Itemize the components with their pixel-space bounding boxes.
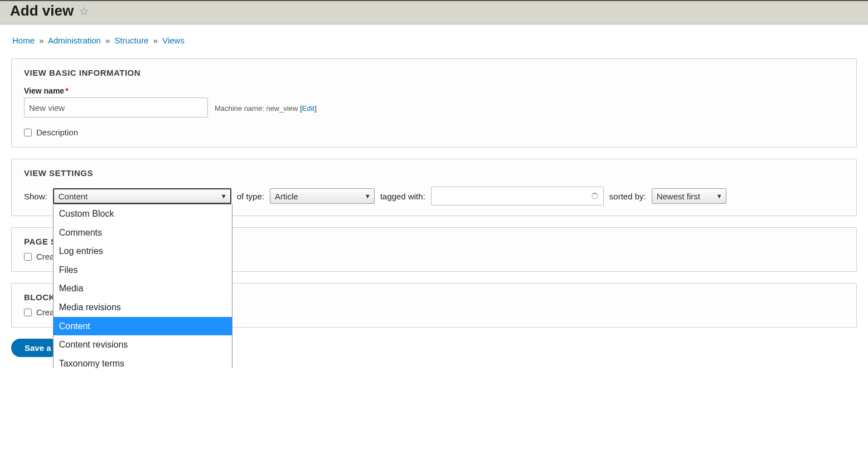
view-name-label-text: View name	[24, 86, 64, 95]
settings-row: Show: Content ▼ Custom BlockCommentsLog …	[24, 187, 844, 206]
show-option[interactable]: Content	[54, 317, 232, 336]
star-icon[interactable]: ☆	[79, 4, 89, 18]
create-block-checkbox[interactable]	[24, 309, 32, 316]
description-label: Description	[36, 128, 78, 137]
show-option[interactable]: Content revisions	[54, 335, 232, 354]
chevron-down-icon: ▼	[221, 193, 227, 199]
breadcrumb-sep: »	[105, 36, 110, 45]
description-checkbox[interactable]	[24, 129, 32, 136]
breadcrumb-home[interactable]: Home	[12, 36, 35, 45]
show-select-wrapper: Content ▼ Custom BlockCommentsLog entrie…	[53, 188, 231, 204]
machine-name-label: Machine name:	[215, 104, 264, 113]
breadcrumb: Home » Administration » Structure » View…	[12, 36, 857, 45]
view-name-input[interactable]	[24, 97, 208, 118]
show-option[interactable]: Log entries	[54, 242, 232, 261]
show-dropdown: Custom BlockCommentsLog entriesFilesMedi…	[53, 204, 232, 368]
section-title-basic: VIEW BASIC INFORMATION	[24, 68, 844, 77]
view-settings-section: VIEW SETTINGS Show: Content ▼ Custom Blo…	[11, 159, 857, 216]
breadcrumb-views[interactable]: Views	[162, 36, 185, 45]
sorted-by-select[interactable]: Newest first ▼	[652, 188, 726, 204]
chevron-down-icon: ▼	[716, 193, 722, 199]
create-page-checkbox[interactable]	[24, 253, 32, 261]
show-select-value: Content	[59, 192, 88, 201]
tagged-with-wrapper	[431, 187, 604, 206]
machine-name-line: Machine name: new_view [Edit]	[215, 104, 317, 113]
breadcrumb-sep: »	[39, 36, 43, 45]
show-option[interactable]: Files	[54, 261, 232, 280]
sorted-by-label: sorted by:	[609, 192, 646, 201]
breadcrumb-admin[interactable]: Administration	[48, 36, 101, 45]
show-option[interactable]: Comments	[54, 223, 232, 242]
machine-name-edit-link[interactable]: Edit	[302, 104, 314, 113]
of-type-value: Article	[275, 192, 298, 201]
page-content: Home » Administration » Structure » View…	[0, 25, 868, 368]
show-select[interactable]: Content ▼	[53, 188, 231, 204]
bracket-close: ]	[314, 104, 317, 113]
page-header: Add view ☆	[0, 0, 868, 25]
chevron-down-icon: ▼	[365, 193, 371, 199]
sorted-by-value: Newest first	[657, 192, 700, 201]
tagged-with-label: tagged with:	[380, 192, 425, 201]
of-type-select[interactable]: Article ▼	[270, 188, 375, 204]
of-type-label: of type:	[237, 192, 264, 201]
show-option[interactable]: Taxonomy terms	[54, 354, 232, 368]
show-option[interactable]: Custom Block	[54, 204, 232, 223]
view-basic-info-section: VIEW BASIC INFORMATION View name* Machin…	[11, 58, 857, 148]
breadcrumb-structure[interactable]: Structure	[115, 36, 149, 45]
view-name-label: View name*	[24, 86, 844, 95]
breadcrumb-sep: »	[153, 36, 158, 45]
required-marker: *	[65, 86, 68, 95]
loading-icon	[591, 193, 598, 199]
page-title: Add view	[10, 2, 74, 19]
machine-name-value: new_view	[266, 104, 298, 113]
section-title-settings: VIEW SETTINGS	[24, 168, 844, 178]
show-label: Show:	[24, 192, 47, 201]
description-row: Description	[24, 128, 844, 137]
show-option[interactable]: Media revisions	[54, 298, 232, 317]
show-option[interactable]: Media	[54, 279, 232, 298]
save-button[interactable]: Save a	[11, 339, 59, 357]
tagged-with-input[interactable]	[431, 187, 604, 206]
